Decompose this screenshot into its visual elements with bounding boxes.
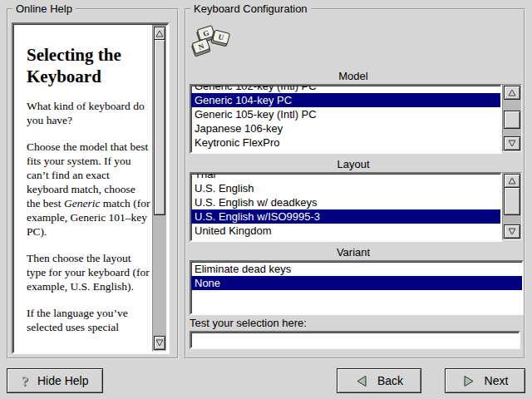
- help-paragraph-italic: Generic: [64, 197, 100, 209]
- model-scrollbar-thumb[interactable]: [504, 111, 520, 129]
- layout-scrollbar-thumb[interactable]: [504, 187, 520, 215]
- help-paragraph: Choose the model that best fits your sys…: [27, 140, 151, 239]
- online-help-frame: Online Help Selecting the Keyboard What …: [7, 8, 179, 359]
- model-label: Model: [185, 70, 522, 82]
- help-paragraph: If the language you’ve selected uses spe…: [27, 306, 151, 334]
- test-selection-input[interactable]: [190, 331, 520, 349]
- hide-help-button[interactable]: ? Hide Help: [7, 368, 103, 393]
- scroll-up-icon[interactable]: [504, 86, 520, 100]
- variant-list-item[interactable]: None: [191, 276, 522, 290]
- test-selection-label: Test your selection here:: [190, 317, 307, 329]
- next-button[interactable]: Next: [445, 368, 525, 393]
- next-button-label: Next: [485, 374, 509, 387]
- help-text: Selecting the Keyboard What kind of keyb…: [13, 24, 155, 352]
- variant-list[interactable]: Eliminate dead keys None: [190, 260, 524, 315]
- model-list-scrollbar[interactable]: [502, 84, 522, 152]
- model-list-item[interactable]: Japanese 106-key: [191, 121, 500, 135]
- scroll-up-icon[interactable]: [504, 174, 520, 188]
- layout-list-item[interactable]: U.S. English w/ deadkeys: [191, 195, 500, 209]
- scroll-down-icon[interactable]: [504, 136, 520, 150]
- variant-label: Variant: [185, 246, 522, 259]
- variant-list-item[interactable]: Eliminate dead keys: [191, 262, 522, 276]
- model-list-item[interactable]: Generic 104-key PC: [191, 93, 500, 107]
- help-page: Selecting the Keyboard What kind of keyb…: [12, 22, 170, 354]
- layout-list[interactable]: Thai U.S. English U.S. English w/ deadke…: [190, 172, 502, 242]
- back-button-label: Back: [377, 374, 403, 387]
- layout-list-item[interactable]: Thai: [191, 172, 500, 181]
- scroll-down-icon[interactable]: [504, 224, 520, 239]
- layout-list-item[interactable]: U.S. English: [191, 181, 500, 195]
- keyboard-keys-icon: G U N: [191, 23, 231, 58]
- model-list[interactable]: Generic 102-key (Intl) PC Generic 104-ke…: [190, 84, 502, 154]
- back-button[interactable]: Back: [337, 368, 421, 393]
- help-scrollbar-thumb[interactable]: [154, 39, 165, 215]
- help-title: Selecting the Keyboard: [27, 44, 150, 87]
- next-arrow-icon: [462, 375, 475, 387]
- help-paragraph: What kind of keyboard do you have?: [27, 99, 151, 127]
- hide-help-button-label: Hide Help: [37, 374, 88, 387]
- layout-list-item[interactable]: U.S. English w/ISO9995-3: [191, 209, 500, 224]
- keyboard-configuration-frame-label: Keyboard Configuration: [190, 2, 311, 15]
- layout-label: Layout: [185, 158, 522, 170]
- model-list-item[interactable]: Generic 102-key (Intl) PC: [191, 84, 500, 93]
- installer-window: Online Help Selecting the Keyboard What …: [0, 0, 532, 399]
- help-paragraph: Then choose the layout type for your key…: [27, 251, 151, 293]
- online-help-frame-label: Online Help: [12, 2, 76, 15]
- model-list-item[interactable]: Keytronic FlexPro: [191, 135, 500, 150]
- help-scrollbar[interactable]: [152, 25, 167, 352]
- layout-list-scrollbar[interactable]: [502, 172, 522, 240]
- layout-list-item[interactable]: United Kingdom: [191, 224, 500, 238]
- question-mark-icon: ?: [22, 374, 29, 388]
- model-list-item[interactable]: Generic 105-key (Intl) PC: [191, 107, 500, 121]
- scroll-down-icon[interactable]: [154, 336, 165, 350]
- back-arrow-icon: [355, 375, 368, 387]
